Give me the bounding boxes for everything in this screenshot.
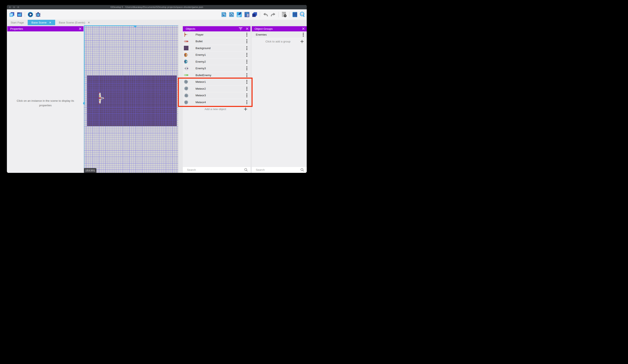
kebab-menu-icon[interactable] — [244, 93, 250, 97]
close-icon[interactable] — [246, 27, 248, 30]
object-row-bullet[interactable]: Bullet — [183, 38, 250, 45]
background-icon — [184, 46, 188, 50]
selection-left-edge — [84, 25, 84, 103]
scene-properties-icon[interactable] — [236, 12, 242, 18]
layers-icon[interactable] — [251, 12, 258, 18]
zoom-1-1-icon[interactable]: 1:1 — [300, 12, 306, 18]
enemy2-icon — [184, 59, 188, 64]
close-icon[interactable] — [79, 27, 81, 30]
kebab-menu-icon[interactable] — [244, 39, 250, 43]
tab-label: Base Scene — [31, 21, 47, 24]
groups-search-input[interactable] — [255, 168, 301, 172]
object-row-bulletenemy[interactable]: BulletEnemy — [183, 72, 250, 79]
meteor3-icon — [184, 93, 188, 98]
player-icon — [184, 32, 188, 37]
kebab-menu-icon[interactable] — [244, 53, 250, 57]
object-name: Background — [196, 47, 244, 50]
close-icon[interactable] — [302, 27, 305, 30]
group-row-enemies[interactable]: Enemies — [252, 31, 307, 38]
meteor1-icon — [184, 80, 188, 84]
main-toolbar: 1:1 — [7, 9, 307, 20]
objects-editor-icon[interactable] — [221, 12, 227, 18]
objects-search-bar — [183, 167, 250, 173]
object-row-meteor4[interactable]: Meteor4 — [183, 99, 250, 106]
add-new-object-button[interactable]: Add a new object — [183, 106, 250, 113]
object-name: Meteor2 — [196, 87, 244, 90]
object-row-enemy2[interactable]: Enemy2 — [183, 59, 250, 65]
preview-window-icon[interactable] — [16, 12, 22, 18]
toolbar-divider — [25, 12, 25, 17]
tab-base-scene-events-[interactable]: Base Scene (Events)✕ — [55, 20, 94, 25]
tab-label: Start Page — [11, 21, 24, 24]
redo-icon[interactable] — [270, 12, 276, 18]
search-icon[interactable] — [244, 168, 248, 172]
plus-icon[interactable] — [242, 107, 249, 111]
undo-icon[interactable] — [262, 12, 268, 18]
tab-base-scene[interactable]: Base Scene✕ — [28, 20, 55, 25]
kebab-menu-icon[interactable] — [300, 33, 306, 37]
object-groups-panel-header: Object Groups — [252, 26, 307, 31]
search-icon[interactable] — [300, 168, 304, 172]
plus-icon[interactable] — [299, 40, 305, 43]
kebab-menu-icon[interactable] — [244, 100, 250, 104]
gdevelop-window: GDevelop 5 - /Users/dkarakay/Documents/G… — [7, 5, 307, 173]
toolbar-divider — [278, 12, 279, 17]
object-groups-panel-title: Object Groups — [255, 27, 273, 30]
objects-panel-header: Objects — [183, 26, 250, 31]
object-row-meteor1[interactable]: Meteor1 — [183, 79, 250, 85]
kebab-menu-icon[interactable] — [244, 60, 250, 64]
selection-handle-top[interactable] — [134, 26, 137, 27]
close-tab-icon[interactable]: ✕ — [49, 21, 51, 24]
close-tab-icon[interactable]: ✕ — [88, 21, 90, 24]
meteor4-icon — [184, 100, 188, 104]
object-name: Meteor4 — [196, 101, 244, 104]
object-name: Enemy2 — [196, 60, 244, 63]
group-name: Enemies — [256, 33, 300, 36]
tab-label: Base Scene (Events) — [59, 21, 85, 24]
bullet-icon — [184, 39, 188, 44]
kebab-menu-icon[interactable] — [244, 73, 250, 77]
filter-icon[interactable] — [239, 27, 242, 30]
kebab-menu-icon[interactable] — [244, 80, 250, 84]
add-group-label: Click to add a group — [252, 40, 299, 43]
objects-list: Player Bullet Background Enemy1 Enemy2 E… — [183, 31, 250, 113]
object-row-enemy3[interactable]: Enemy3 — [183, 65, 250, 72]
editor-tab-bar: Start PageBase Scene✕Base Scene (Events)… — [7, 20, 307, 25]
objects-panel: Objects Player Bullet — [183, 26, 250, 173]
object-row-background[interactable]: Background — [183, 45, 250, 52]
kebab-menu-icon[interactable] — [244, 66, 250, 70]
window-title: GDevelop 5 - /Users/dkarakay/Documents/G… — [7, 5, 307, 9]
add-new-object-label: Add a new object — [183, 108, 242, 111]
object-row-meteor3[interactable]: Meteor3 — [183, 92, 250, 99]
objects-search-input[interactable] — [187, 168, 244, 172]
scene-editor-canvas[interactable]: 153;501 — [84, 25, 178, 173]
selection-handle-left[interactable] — [83, 102, 85, 105]
toolbar-divider — [260, 12, 260, 17]
instances-list-icon[interactable] — [244, 12, 250, 18]
mask-icon[interactable] — [281, 12, 287, 18]
title-bar[interactable]: GDevelop 5 - /Users/dkarakay/Documents/G… — [7, 5, 307, 9]
object-row-meteor2[interactable]: Meteor2 — [183, 85, 250, 92]
kebab-menu-icon[interactable] — [244, 33, 250, 37]
cursor-coordinates-badge: 153;501 — [84, 168, 96, 173]
properties-empty-message: Click on an instance in the scene to dis… — [11, 99, 80, 108]
object-name: Player — [196, 33, 244, 36]
project-manager-icon[interactable] — [9, 12, 15, 18]
grid-icon[interactable] — [292, 12, 298, 18]
debug-icon[interactable] — [35, 12, 41, 18]
object-row-enemy1[interactable]: Enemy1 — [183, 52, 250, 59]
properties-panel-title: Properties — [10, 27, 23, 30]
kebab-menu-icon[interactable] — [244, 87, 250, 91]
toolbar-right-group: 1:1 — [221, 9, 306, 20]
kebab-menu-icon[interactable] — [244, 46, 250, 50]
editor-content: Properties Click on an instance in the s… — [7, 25, 307, 173]
add-group-button[interactable]: Click to add a group — [252, 38, 307, 45]
groups-search-bar — [252, 167, 307, 173]
groups-list: EnemiesClick to add a group — [252, 31, 307, 45]
play-icon[interactable] — [27, 12, 33, 18]
bullet-enemy-icon — [184, 73, 188, 77]
object-groups-editor-icon[interactable] — [229, 12, 235, 18]
object-row-player[interactable]: Player — [183, 31, 250, 38]
player-ship-instance[interactable] — [98, 92, 105, 104]
tab-start-page[interactable]: Start Page — [7, 20, 28, 25]
